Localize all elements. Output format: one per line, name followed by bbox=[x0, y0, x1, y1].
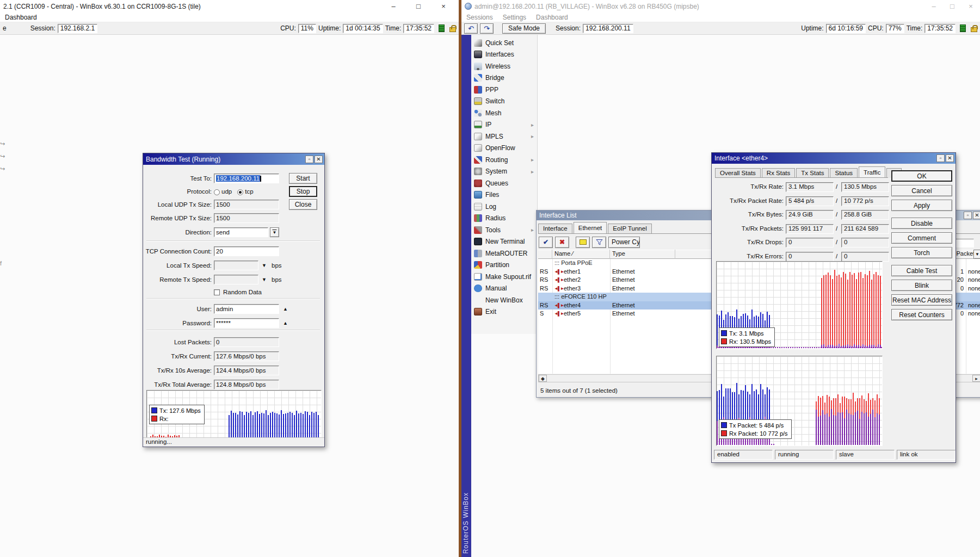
menu-sessions[interactable]: Sessions bbox=[461, 14, 498, 21]
user-input[interactable]: admin bbox=[214, 304, 279, 314]
comment-button[interactable] bbox=[576, 237, 590, 248]
tab-interface[interactable]: Interface bbox=[538, 224, 572, 233]
safe-mode-button[interactable]: Safe Mode bbox=[502, 23, 546, 34]
sidebar-item-quick-set[interactable]: Quick Set bbox=[471, 37, 537, 49]
sidebar-item-mpls[interactable]: MPLS▸ bbox=[471, 131, 537, 143]
disable-button[interactable]: ✖ bbox=[555, 237, 569, 248]
sidebar-item-switch[interactable]: Switch bbox=[471, 96, 537, 108]
sidebar-item-tools[interactable]: Tools▸ bbox=[471, 224, 537, 236]
dialog-maximize-icon[interactable]: ▫ bbox=[936, 154, 945, 162]
sidebar-item-new-terminal[interactable]: New Terminal bbox=[471, 236, 537, 248]
maximize-button[interactable]: □ bbox=[943, 1, 961, 13]
blink-button[interactable]: Blink bbox=[891, 280, 952, 291]
sidebar-item-manual[interactable]: Manual bbox=[471, 283, 537, 295]
reset-mac-address-button[interactable]: Reset MAC Address bbox=[891, 294, 952, 306]
sidebar-item-ppp[interactable]: PPP bbox=[471, 84, 537, 96]
direction-dropdown-icon[interactable]: ▼ bbox=[270, 227, 279, 237]
sidebar-item-ip[interactable]: IP▸ bbox=[471, 119, 537, 131]
txrx-total-average-value[interactable]: 124.8 Mbps/0 bps bbox=[214, 380, 279, 389]
minimize-button[interactable]: – bbox=[924, 1, 943, 13]
tab-traffic[interactable]: Traffic bbox=[859, 166, 885, 178]
close-button[interactable]: × bbox=[434, 1, 453, 13]
sidebar-item-mesh[interactable]: Mesh bbox=[471, 107, 537, 119]
redo-button[interactable]: ↷ bbox=[480, 23, 494, 34]
dialog-close-icon[interactable]: ✕ bbox=[946, 154, 954, 162]
sidebar-item-queues[interactable]: Queues bbox=[471, 177, 537, 189]
protocol-radio-tcp[interactable] bbox=[237, 189, 243, 195]
sidebar-item-wireless[interactable]: Wireless bbox=[471, 60, 537, 72]
sidebar-item-metarouter[interactable]: MetaROUTER bbox=[471, 247, 537, 259]
bandwidth-test-titlebar[interactable]: Bandwidth Test (Running) ▫ ✕ bbox=[143, 153, 324, 165]
session-field[interactable]: 192.168.200.11 bbox=[583, 24, 633, 33]
header-col-flags[interactable] bbox=[538, 250, 552, 259]
torch-button[interactable]: Torch bbox=[891, 247, 952, 258]
sidebar-item-make-supout-rif[interactable]: Make Supout.rif bbox=[471, 271, 537, 283]
tab-overall-stats[interactable]: Overall Stats bbox=[715, 168, 761, 178]
reset-counters-button[interactable]: Reset Counters bbox=[891, 309, 952, 320]
remote-udp-tx-size-input[interactable]: 1500 bbox=[214, 213, 279, 223]
tab-ethernet[interactable]: Ethernet bbox=[574, 222, 607, 233]
test-to-input[interactable]: 192.168.200.11 bbox=[214, 174, 279, 183]
maximize-button[interactable]: □ bbox=[409, 1, 428, 13]
direction-select[interactable]: send bbox=[214, 227, 268, 237]
remote-tx-speed-input[interactable] bbox=[214, 275, 258, 284]
scroll-right-icon[interactable]: ▸ bbox=[972, 375, 980, 382]
password-spinner-icon[interactable]: ▲ bbox=[283, 320, 288, 326]
sidebar-item-exit[interactable]: Exit bbox=[471, 306, 537, 318]
remote-tx-dropdown-icon[interactable]: ▼ bbox=[262, 277, 267, 282]
child-maximize-icon[interactable]: ▫ bbox=[964, 212, 972, 219]
close-button[interactable]: × bbox=[961, 1, 980, 13]
cancel-button[interactable]: Cancel bbox=[891, 185, 952, 196]
txrx-10s-average-value[interactable]: 124.4 Mbps/0 bps bbox=[214, 366, 279, 375]
txrx-current-value[interactable]: 127.6 Mbps/0 bps bbox=[214, 351, 279, 361]
sidebar-item-log[interactable]: Log bbox=[471, 201, 537, 213]
sidebar-item-radius[interactable]: Radius bbox=[471, 213, 537, 225]
sidebar-item-openflow[interactable]: OpenFlow bbox=[471, 143, 537, 154]
power-cycle-button[interactable]: Power Cyc... bbox=[608, 237, 640, 248]
sidebar-item-partition[interactable]: Partition bbox=[471, 259, 537, 271]
sidebar-item-routing[interactable]: Routing▸ bbox=[471, 154, 537, 166]
protocol-radio-udp[interactable] bbox=[214, 189, 220, 195]
disable-button[interactable]: Disable bbox=[891, 218, 952, 229]
scroll-left-icon[interactable]: ◆ bbox=[539, 375, 547, 382]
local-tx-speed-input[interactable] bbox=[214, 261, 258, 270]
sidebar-item-system[interactable]: System▸ bbox=[471, 166, 537, 178]
filter-button[interactable] bbox=[592, 237, 606, 248]
dialog-maximize-icon[interactable]: ▫ bbox=[305, 156, 313, 163]
lost-packets-value[interactable]: 0 bbox=[214, 337, 279, 347]
tab-eoip-tunnel[interactable]: EoIP Tunnel bbox=[608, 224, 651, 233]
local-tx-dropdown-icon[interactable]: ▼ bbox=[262, 263, 267, 268]
password-input[interactable]: ****** bbox=[214, 318, 279, 328]
close-button[interactable]: Close bbox=[289, 199, 317, 210]
enable-button[interactable]: ✔ bbox=[539, 237, 553, 248]
local-udp-tx-size-input[interactable]: 1500 bbox=[214, 200, 279, 209]
sidebar-item-files[interactable]: Files bbox=[471, 189, 537, 201]
column-filter-dropdown[interactable]: ▼ bbox=[973, 250, 980, 259]
user-spinner-icon[interactable]: ▲ bbox=[283, 306, 288, 312]
sidebar-item-bridge[interactable]: Bridge bbox=[471, 72, 537, 84]
sidebar-item-new-winbox[interactable]: New WinBox bbox=[471, 294, 537, 306]
random-data-checkbox[interactable] bbox=[214, 289, 220, 295]
stop-button[interactable]: Stop bbox=[289, 186, 317, 197]
child-close-icon[interactable]: ✕ bbox=[973, 212, 980, 219]
header-col-name[interactable]: Name ⁄ bbox=[552, 250, 610, 259]
apply-button[interactable]: Apply bbox=[891, 200, 952, 211]
dialog-close-icon[interactable]: ✕ bbox=[315, 156, 323, 163]
menu-settings[interactable]: Settings bbox=[498, 14, 531, 21]
undo-button[interactable]: ↶ bbox=[464, 23, 478, 34]
comment-button[interactable]: Comment bbox=[891, 232, 952, 244]
tab-tx-stats[interactable]: Tx Stats bbox=[796, 168, 829, 178]
menu-dashboard[interactable]: Dashboard bbox=[0, 14, 42, 21]
session-field[interactable]: 192.168.2.1 bbox=[58, 24, 97, 33]
header-col-type[interactable]: Type bbox=[610, 250, 675, 259]
tcp-connection-count-input[interactable]: 20 bbox=[214, 246, 279, 256]
menu-dashboard[interactable]: Dashboard bbox=[531, 14, 573, 21]
ok-button[interactable]: OK bbox=[891, 170, 952, 182]
minimize-button[interactable]: – bbox=[384, 1, 403, 13]
cable-test-button[interactable]: Cable Test bbox=[891, 265, 952, 276]
tab-rx-stats[interactable]: Rx Stats bbox=[762, 168, 795, 178]
start-button[interactable]: Start bbox=[289, 173, 317, 184]
sidebar-item-interfaces[interactable]: Interfaces bbox=[471, 49, 537, 61]
ether4-titlebar[interactable]: Interface <ether4> ▫ ✕ bbox=[712, 153, 956, 164]
tab-status[interactable]: Status bbox=[830, 168, 858, 178]
